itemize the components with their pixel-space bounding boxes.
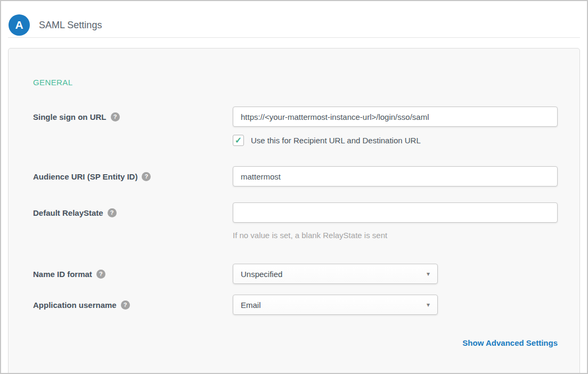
form-row-application-username: Application username ? Email ▾ [33, 295, 556, 315]
section-title-general: GENERAL [33, 78, 556, 87]
recipient-url-checkbox[interactable]: ✓ [233, 135, 244, 146]
help-icon[interactable]: ? [111, 112, 120, 121]
advanced-settings-link-row: Show Advanced Settings [33, 338, 558, 348]
relaystate-control: If no value is set, a blank RelayState i… [233, 202, 558, 240]
sso-url-control [233, 107, 558, 127]
name-id-format-select[interactable]: Unspecified ▾ [233, 264, 438, 284]
sso-url-label-group: Single sign on URL ? [33, 107, 233, 127]
chevron-down-icon: ▾ [427, 302, 430, 308]
form-row-audience-uri: Audience URI (SP Entity ID) ? [33, 166, 556, 186]
relaystate-input[interactable] [233, 202, 558, 223]
help-icon[interactable]: ? [121, 300, 130, 310]
header-divider [8, 37, 580, 38]
chevron-down-icon: ▾ [427, 271, 430, 277]
general-settings-panel: GENERAL Single sign on URL ? ✓ Use this … [8, 48, 580, 374]
relaystate-label-group: Default RelayState ? [33, 202, 233, 223]
help-icon[interactable]: ? [142, 172, 151, 181]
sso-url-label: Single sign on URL [33, 112, 107, 121]
application-username-control: Email ▾ [233, 295, 556, 315]
sso-url-input[interactable] [233, 107, 558, 127]
application-username-selected-value: Email [241, 300, 261, 310]
form-row-default-relaystate: Default RelayState ? If no value is set,… [33, 202, 556, 240]
audience-uri-input[interactable] [233, 166, 558, 186]
relaystate-helper-text: If no value is set, a blank RelayState i… [233, 231, 558, 240]
step-a-badge: A [9, 14, 30, 36]
checkmark-icon: ✓ [235, 136, 242, 145]
audience-uri-label-group: Audience URI (SP Entity ID) ? [33, 166, 233, 186]
audience-uri-label: Audience URI (SP Entity ID) [33, 172, 137, 181]
audience-uri-control [233, 166, 558, 186]
recipient-url-checkbox-label: Use this for Recipient URL and Destinati… [251, 136, 421, 145]
relaystate-label: Default RelayState [33, 208, 103, 217]
application-username-select[interactable]: Email ▾ [233, 295, 438, 315]
name-id-format-selected-value: Unspecified [241, 270, 282, 279]
name-id-format-label-group: Name ID format ? [33, 264, 233, 284]
help-icon[interactable]: ? [96, 270, 105, 279]
application-username-label: Application username [33, 300, 117, 310]
help-icon[interactable]: ? [108, 208, 117, 217]
page-title: SAML Settings [39, 20, 102, 31]
saml-settings-header: A SAML Settings [1, 1, 587, 36]
name-id-format-label: Name ID format [33, 270, 92, 279]
saml-settings-screen: A SAML Settings GENERAL Single sign on U… [0, 0, 588, 374]
name-id-format-control: Unspecified ▾ [233, 264, 556, 284]
application-username-label-group: Application username ? [33, 295, 233, 315]
recipient-url-checkbox-row: ✓ Use this for Recipient URL and Destina… [233, 135, 556, 146]
show-advanced-settings-link[interactable]: Show Advanced Settings [462, 338, 558, 347]
form-row-name-id-format: Name ID format ? Unspecified ▾ [33, 264, 556, 284]
form-row-single-sign-on-url: Single sign on URL ? [33, 107, 556, 127]
